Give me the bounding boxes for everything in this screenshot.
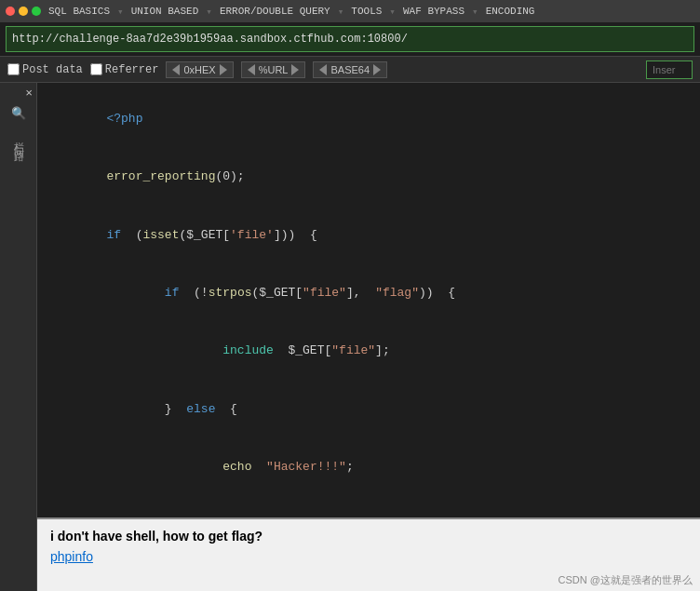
base64-label: BASE64	[330, 64, 370, 75]
0xhex-button[interactable]: 0xHEX	[166, 61, 233, 78]
referrer-checkbox[interactable]: Referrer	[90, 63, 159, 76]
menu-union-based[interactable]: UNION BASED	[128, 5, 203, 18]
search-icon[interactable]: 🔍	[11, 106, 26, 121]
main-content: × 🔍 栏 问 路 <?php error_reporting(0); if (…	[0, 83, 700, 591]
sep2: ▾	[206, 6, 212, 18]
php-open-tag: <?php	[106, 112, 142, 126]
menu-bar: SQL BASICS ▾ UNION BASED ▾ ERROR/DOUBLE …	[0, 0, 700, 22]
sep3: ▾	[338, 6, 344, 18]
watermark: CSDN @这就是强者的世界么	[559, 573, 693, 587]
phpinfo-link[interactable]: phpinfo	[50, 549, 93, 564]
url-input[interactable]	[6, 26, 694, 52]
url-label: %URL	[259, 64, 289, 75]
code-line-1: <?php	[48, 90, 689, 148]
code-line-8: }	[48, 497, 689, 517]
arrow-left-base64	[319, 64, 327, 75]
sep1: ▾	[117, 6, 124, 18]
dot-yellow	[19, 7, 28, 16]
close-icon[interactable]: ×	[25, 87, 36, 101]
dot-green	[32, 7, 41, 16]
arrow-right-url	[291, 64, 299, 75]
post-data-label: Post data	[22, 63, 83, 76]
arrow-right-hex	[220, 64, 227, 75]
arrow-left-hex	[172, 64, 180, 75]
sidebar-label-3: 路	[11, 143, 25, 144]
insert-input[interactable]	[646, 60, 693, 79]
content-wrapper: <?php error_reporting(0); if (isset($_GE…	[37, 83, 700, 591]
code-line-7: echo "Hacker!!!";	[48, 438, 689, 496]
dot-red	[6, 7, 15, 16]
rendered-text: i don't have shell, how to get flag?	[50, 529, 687, 544]
referrer-label: Referrer	[105, 63, 159, 76]
post-data-checkbox[interactable]: Post data	[7, 63, 83, 76]
rendered-section: i don't have shell, how to get flag? php…	[37, 517, 700, 591]
code-line-4: if (!strpos($_GET["file"], "flag")) {	[48, 264, 689, 322]
code-line-3: if (isset($_GET['file'])) {	[48, 207, 689, 264]
menu-waf-bypass[interactable]: WAF BYPASS	[399, 5, 468, 18]
code-line-2: error_reporting(0);	[48, 148, 689, 206]
url-encode-button[interactable]: %URL	[241, 61, 306, 78]
sep5: ▾	[472, 6, 478, 18]
base64-button[interactable]: BASE64	[313, 61, 387, 78]
url-bar-area	[0, 22, 700, 57]
sidebar-label-2: 问	[11, 139, 25, 140]
arrow-left-url	[248, 64, 255, 75]
hex-label: 0xHEX	[183, 64, 215, 75]
code-area: <?php error_reporting(0); if (isset($_GE…	[37, 83, 700, 517]
referrer-check[interactable]	[90, 63, 102, 75]
menu-tools[interactable]: TOOLS	[347, 5, 385, 18]
menu-sql-basics[interactable]: SQL BASICS	[45, 5, 114, 18]
code-line-5: include $_GET["file"];	[48, 323, 689, 381]
code-line-6: } else {	[48, 381, 689, 438]
error-reporting: error_reporting	[106, 169, 215, 183]
options-bar: Post data Referrer 0xHEX %URL BASE64	[0, 57, 700, 83]
sidebar-label-1: 栏	[11, 134, 25, 135]
post-data-check[interactable]	[7, 63, 20, 75]
sep4: ▾	[389, 6, 396, 18]
sidebar: × 🔍 栏 问 路	[0, 83, 37, 591]
menu-error-double[interactable]: ERROR/DOUBLE QUERY	[216, 5, 334, 18]
menu-encoding[interactable]: ENCODING	[482, 5, 539, 18]
arrow-right-base64	[373, 64, 381, 75]
